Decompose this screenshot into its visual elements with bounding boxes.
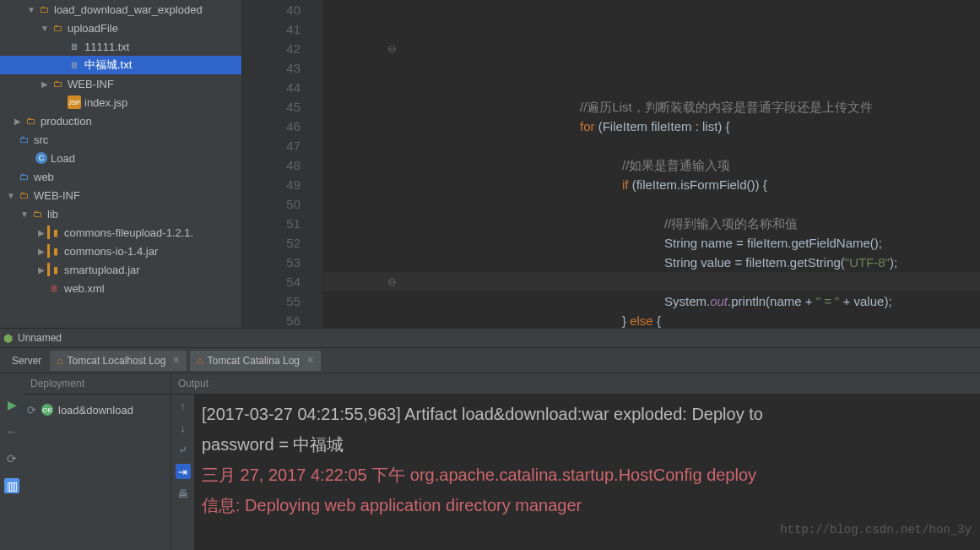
- tree-item-label: Load: [51, 152, 75, 165]
- close-icon[interactable]: ✕: [172, 355, 180, 366]
- tree-item[interactable]: 🗀lib: [0, 204, 241, 223]
- expand-arrow-icon[interactable]: [25, 5, 37, 14]
- line-number: 46: [242, 117, 300, 136]
- tree-item[interactable]: ▮commons-io-1.4.jar: [0, 242, 241, 260]
- code-line[interactable]: if (fileItem.isFormField()) {: [323, 175, 980, 194]
- expand-arrow-icon[interactable]: [19, 210, 30, 219]
- project-tree[interactable]: 🗀load_download_war_exploded🗀uploadFile🗎1…: [0, 0, 242, 328]
- line-number: 40: [242, 0, 300, 19]
- close-icon[interactable]: ✕: [306, 355, 314, 366]
- expand-arrow-icon[interactable]: [12, 117, 24, 126]
- expand-arrow-icon[interactable]: [35, 228, 47, 237]
- jar-icon: ▮: [47, 263, 61, 276]
- tab-label: Tomcat Catalina Log: [208, 355, 300, 367]
- xml-icon: 🗎: [47, 281, 61, 295]
- code-line[interactable]: [323, 78, 980, 97]
- expand-arrow-icon[interactable]: [39, 24, 51, 33]
- up-icon[interactable]: ↑: [176, 398, 191, 413]
- rerun-icon[interactable]: ▶: [4, 397, 19, 412]
- console-output[interactable]: [2017-03-27 04:21:55,963] Artifact load&…: [195, 395, 980, 550]
- tree-item[interactable]: CLoad: [0, 149, 241, 167]
- run-config-name[interactable]: Unnamed: [18, 332, 62, 344]
- tab-label: Tomcat Localhost Log: [68, 355, 166, 367]
- folder-icon: 🗀: [37, 3, 51, 16]
- stop-icon[interactable]: ←: [4, 424, 19, 439]
- fold-mark-icon[interactable]: ⊖: [387, 39, 397, 58]
- tree-item-label: production: [41, 115, 92, 128]
- tree-item[interactable]: 🗎web.xml: [0, 279, 241, 297]
- tree-item[interactable]: 🗀web: [0, 167, 241, 186]
- deployment-artifact-row[interactable]: ⟳ OK load&download: [27, 400, 167, 420]
- tree-item[interactable]: ▮smartupload.jar: [0, 260, 241, 279]
- fold-mark-icon[interactable]: ⊖: [387, 272, 397, 291]
- tree-item[interactable]: 🗀production: [0, 112, 241, 130]
- tree-item-label: web.xml: [64, 282, 105, 295]
- expand-arrow-icon[interactable]: [35, 265, 47, 275]
- jar-icon: ▮: [47, 226, 61, 239]
- tree-item[interactable]: 🗀src: [0, 130, 241, 149]
- down-icon[interactable]: ↓: [176, 420, 191, 435]
- server-tab-label[interactable]: Server: [3, 355, 50, 367]
- soft-wrap-icon[interactable]: ⤶: [176, 442, 191, 457]
- watermark-text: http://blog.csdn.net/hon_3y: [780, 515, 972, 545]
- code-line[interactable]: [323, 272, 980, 291]
- tree-item[interactable]: ▮commons-fileupload-1.2.1.: [0, 223, 241, 242]
- deployment-panel: Deployment ⟳ OK load&download: [24, 373, 171, 550]
- refresh-icon[interactable]: ⟳: [27, 404, 36, 417]
- line-number: 50: [242, 194, 300, 214]
- tree-item[interactable]: 🗀load_download_war_exploded: [0, 0, 241, 19]
- deployment-header: Deployment: [24, 373, 171, 395]
- expand-arrow-icon[interactable]: [5, 191, 17, 200]
- line-number: 43: [242, 58, 300, 78]
- code-line[interactable]: String value = fileItem.getString("UTF-8…: [323, 253, 980, 272]
- run-config-bar: ⬢ Unnamed: [0, 328, 980, 348]
- print-icon[interactable]: 🖶: [176, 486, 191, 501]
- line-number: 44: [242, 78, 300, 97]
- code-editor[interactable]: 4041424344454647484950515253545556 ⊖ ⊖ /…: [242, 0, 980, 328]
- tree-item-label: smartupload.jar: [64, 264, 140, 276]
- code-line[interactable]: [323, 136, 980, 155]
- code-line[interactable]: //遍历List，判断装载的内容是普通字段还是上传文件: [323, 97, 980, 117]
- run-tool-actions: ▶ ← ⟳ ▥: [0, 373, 24, 550]
- tree-item[interactable]: 🗀uploadFile: [0, 19, 241, 37]
- tomcat-icon: ⌂: [57, 355, 62, 367]
- line-number: 54: [242, 272, 300, 291]
- code-line[interactable]: //得到输入项的名称和值: [323, 214, 980, 233]
- folder-icon: 🗀: [51, 77, 64, 90]
- code-line[interactable]: for (FileItem fileItem : list) {: [323, 117, 980, 136]
- console-line: 三月 27, 2017 4:22:05 下午 org.apache.catali…: [202, 460, 973, 490]
- expand-arrow-icon[interactable]: [39, 79, 51, 89]
- code-line[interactable]: String name = fileItem.getFieldName();: [323, 233, 980, 253]
- code-line[interactable]: //如果是普通输入项: [323, 155, 980, 175]
- code-line[interactable]: System.out.println(name + " = " + value)…: [323, 291, 980, 311]
- tree-item-label: commons-fileupload-1.2.1.: [64, 226, 193, 239]
- layout-icon[interactable]: ▥: [4, 478, 19, 493]
- tree-item-label: WEB-INF: [68, 78, 114, 90]
- tree-item[interactable]: 🗎11111.txt: [0, 37, 241, 56]
- line-number: 45: [242, 97, 300, 117]
- line-number: 42: [242, 39, 300, 58]
- jar-icon: ▮: [47, 244, 61, 258]
- tree-item-label: web: [34, 171, 54, 183]
- tree-item[interactable]: JSPindex.jsp: [0, 93, 241, 112]
- code-area[interactable]: ⊖ ⊖ //遍历List，判断装载的内容是普通字段还是上传文件for (File…: [323, 0, 980, 328]
- code-line[interactable]: } else {: [323, 311, 980, 328]
- folder-icon: 🗀: [30, 207, 44, 221]
- folder-blue-icon: 🗀: [17, 170, 30, 183]
- tree-item[interactable]: 🗎中福城.txt: [0, 56, 241, 74]
- tree-item-label: lib: [47, 208, 58, 221]
- tree-item-label: uploadFile: [68, 22, 118, 35]
- tree-item-label: WEB-INF: [34, 189, 80, 202]
- folder-icon: 🗀: [51, 21, 64, 35]
- restart-icon[interactable]: ⟳: [4, 451, 19, 466]
- scroll-end-icon[interactable]: ⇥: [176, 464, 191, 479]
- log-tab[interactable]: ⌂Tomcat Localhost Log✕: [50, 351, 187, 371]
- code-line[interactable]: [323, 194, 980, 214]
- line-number: 47: [242, 136, 300, 155]
- expand-arrow-icon[interactable]: [35, 247, 47, 256]
- tree-item[interactable]: 🗀WEB-INF: [0, 186, 241, 204]
- artifact-name: load&download: [58, 404, 133, 417]
- log-tab[interactable]: ⌂Tomcat Catalina Log✕: [190, 351, 321, 371]
- tree-item[interactable]: 🗀WEB-INF: [0, 74, 241, 93]
- tomcat-run-icon: ⬢: [3, 332, 13, 345]
